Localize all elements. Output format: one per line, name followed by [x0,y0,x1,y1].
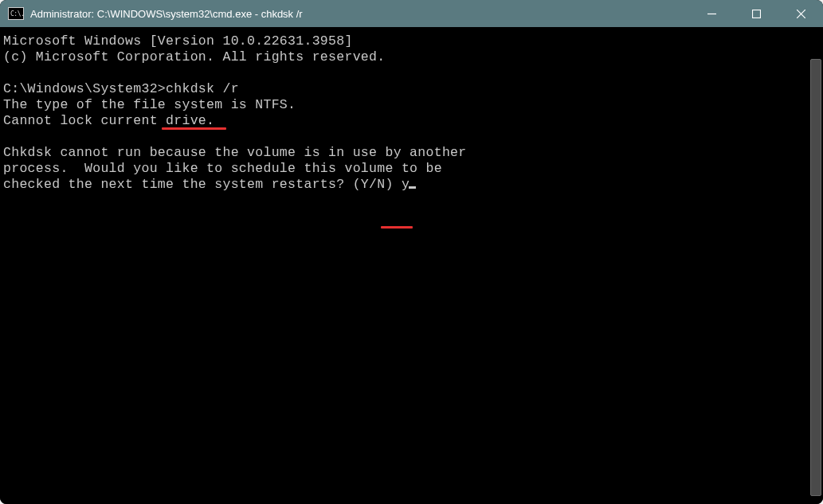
maximize-icon [752,10,761,18]
cmd-icon: C:\. [8,7,24,20]
cmd-window: C:\. Administrator: C:\WINDOWS\system32\… [0,0,823,504]
vertical-scrollbar[interactable] [810,59,821,496]
prompt-question: checked the next time the system restart… [3,177,402,192]
console-text: Microsoft Windows [Version 10.0.22631.39… [3,33,820,193]
fs-type-line: The type of the file system is NTFS. [3,97,296,112]
lock-error-line: Cannot lock current drive. [3,113,214,128]
svg-rect-1 [752,10,760,18]
minimize-button[interactable] [689,0,734,27]
typed-command: chkdsk /r [166,81,239,96]
msg-line-1: Chkdsk cannot run because the volume is … [3,145,467,160]
close-button[interactable] [778,0,823,27]
user-response: y [402,177,410,192]
maximize-button[interactable] [734,0,778,27]
text-cursor [409,186,416,189]
version-line: Microsoft Windows [Version 10.0.22631.39… [3,33,353,49]
msg-line-2: process. Would you like to schedule this… [3,161,442,176]
minimize-icon [707,10,716,18]
titlebar[interactable]: C:\. Administrator: C:\WINDOWS\system32\… [0,0,823,27]
console-output[interactable]: Microsoft Windows [Version 10.0.22631.39… [0,27,823,504]
annotation-underline-response [381,226,413,229]
prompt: C:\Windows\System32> [3,81,166,96]
window-controls [689,0,823,27]
copyright-line: (c) Microsoft Corporation. All rights re… [3,49,385,64]
close-icon [797,10,805,18]
annotation-underline-command [162,127,226,130]
window-title: Administrator: C:\WINDOWS\system32\cmd.e… [30,8,689,20]
